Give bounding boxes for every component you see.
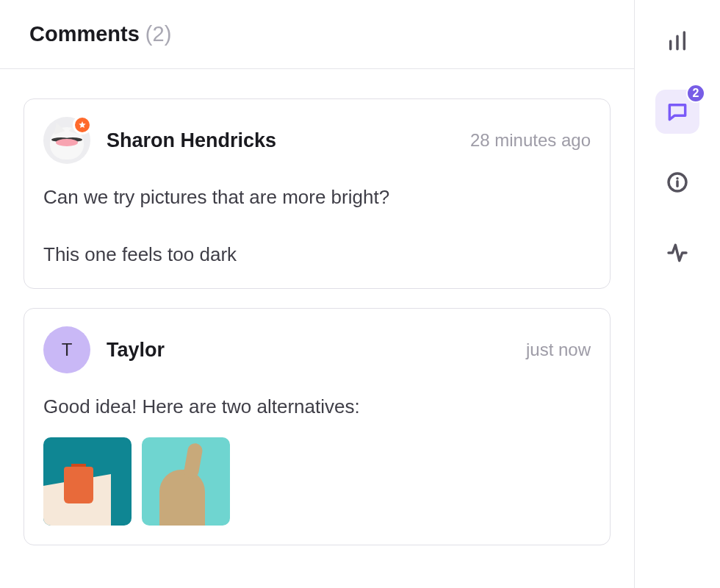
star-badge-icon — [73, 115, 92, 135]
avatar-initial-letter: T — [62, 340, 73, 360]
avatar[interactable] — [43, 117, 90, 164]
comment-author: T Taylor — [43, 326, 165, 373]
sidebar-item-info[interactable] — [655, 160, 699, 204]
sidebar-item-stats[interactable] — [655, 19, 699, 63]
comments-header: Comments (2) — [0, 0, 634, 69]
activity-icon — [666, 241, 689, 265]
comments-title: Comments — [29, 22, 140, 46]
comment-body: Can we try pictures that are more bright… — [43, 183, 591, 269]
author-name: Taylor — [107, 339, 165, 362]
author-name: Sharon Hendricks — [107, 129, 276, 152]
info-icon — [666, 171, 689, 194]
avatar[interactable]: T — [43, 326, 90, 373]
sidebar-badge: 2 — [686, 84, 705, 103]
comment-timestamp: just now — [526, 340, 591, 360]
comment-body: Good idea! Here are two alternatives: — [43, 392, 591, 421]
comment-attachments — [43, 437, 591, 526]
comments-count: (2) — [145, 22, 171, 46]
sidebar-item-comments[interactable]: 2 — [655, 90, 699, 134]
comments-list: Sharon Hendricks 28 minutes ago Can we t… — [0, 69, 634, 575]
attachment-thumbnail[interactable] — [43, 437, 132, 526]
comment-header: Sharon Hendricks 28 minutes ago — [43, 117, 591, 164]
bar-chart-icon — [666, 29, 689, 53]
comment-card: T Taylor just now Good idea! Here are tw… — [24, 308, 611, 545]
svg-point-1 — [676, 177, 678, 179]
right-sidebar: 2 — [635, 0, 720, 588]
main-panel: Comments (2) Sharon Hendricks 2 — [0, 0, 635, 588]
comment-timestamp: 28 minutes ago — [470, 130, 591, 151]
attachment-thumbnail[interactable] — [142, 437, 230, 526]
avatar-initial: T — [43, 326, 90, 373]
comment-author: Sharon Hendricks — [43, 117, 276, 164]
comment-card: Sharon Hendricks 28 minutes ago Can we t… — [24, 98, 611, 289]
comment-header: T Taylor just now — [43, 326, 591, 373]
chat-icon — [666, 100, 689, 123]
sidebar-item-activity[interactable] — [655, 231, 699, 275]
